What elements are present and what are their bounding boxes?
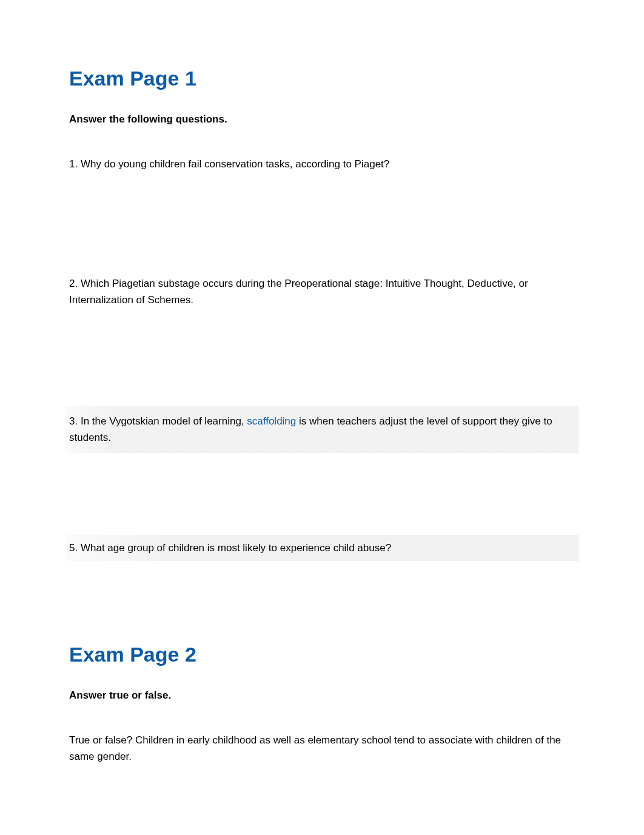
page-2-instructions: Answer true or false. xyxy=(69,689,575,702)
scaffolding-link[interactable]: scaffolding xyxy=(247,415,296,427)
page-2-title: Exam Page 2 xyxy=(69,643,575,666)
answer-space-2 xyxy=(69,315,575,406)
question-3: 3. In the Vygotskian model of learning, … xyxy=(69,406,575,535)
answer-space-5 xyxy=(69,561,575,643)
question-5-body: What age group of children is most likel… xyxy=(81,542,391,554)
page-1-title: Exam Page 1 xyxy=(69,67,575,90)
question-1-body: Why do young children fail conservation … xyxy=(81,158,389,170)
question-5: 5. What age group of children is most li… xyxy=(69,535,575,643)
question-3-text: 3. In the Vygotskian model of learning, … xyxy=(65,406,579,453)
question-5-number: 5. xyxy=(69,542,78,554)
question-1-text: 1. Why do young children fail conservati… xyxy=(69,150,575,178)
answer-space-3 xyxy=(69,453,575,535)
page2-question-1-text: True or false? Children in early childho… xyxy=(69,726,575,771)
question-3-prefix: In the Vygotskian model of learning, xyxy=(81,415,244,427)
question-3-number: 3. xyxy=(69,415,78,427)
page2-question-1: True or false? Children in early childho… xyxy=(69,726,575,771)
page-1-instructions: Answer the following questions. xyxy=(69,113,575,126)
exam-document: Exam Page 1 Answer the following questio… xyxy=(0,0,644,796)
question-1-number: 1. xyxy=(69,158,78,170)
question-2: 2. Which Piagetian substage occurs durin… xyxy=(69,269,575,405)
question-1: 1. Why do young children fail conservati… xyxy=(69,150,575,269)
question-2-number: 2. xyxy=(69,278,78,289)
question-5-text: 5. What age group of children is most li… xyxy=(65,535,579,561)
page-2-section: Exam Page 2 Answer true or false. True o… xyxy=(69,643,575,771)
question-2-text: 2. Which Piagetian substage occurs durin… xyxy=(69,269,575,314)
answer-space-1 xyxy=(69,178,575,269)
question-2-body: Which Piagetian substage occurs during t… xyxy=(69,278,528,306)
